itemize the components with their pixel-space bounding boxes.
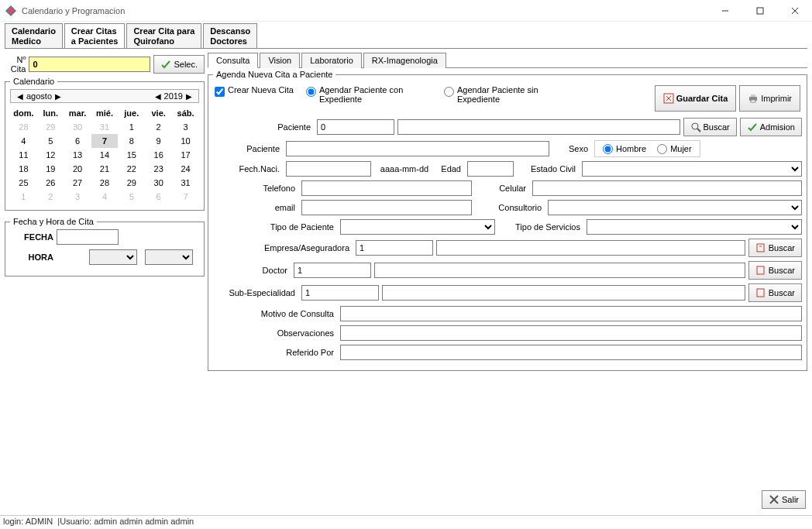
tipo-servicios-select[interactable] bbox=[587, 219, 802, 235]
imprimir-button[interactable]: Imprimir bbox=[739, 85, 800, 112]
subtab-consulta[interactable]: Consulta bbox=[208, 53, 258, 68]
calendar-day[interactable]: 1 bbox=[10, 190, 37, 204]
estado-civil-select[interactable] bbox=[582, 161, 802, 177]
calendar-day[interactable]: 6 bbox=[64, 134, 91, 148]
calendar-day[interactable]: 29 bbox=[37, 120, 64, 134]
buscar-empresa-button[interactable]: Buscar bbox=[748, 239, 802, 257]
calendar-day[interactable]: 20 bbox=[64, 162, 91, 176]
tab-crear-cita-quirofano[interactable]: Crear Cita paraQuirofano bbox=[126, 23, 201, 48]
guardar-cita-button[interactable]: Guardar Cita bbox=[655, 85, 737, 112]
calendar-day[interactable]: 21 bbox=[91, 162, 119, 176]
salir-button[interactable]: Salir bbox=[762, 490, 806, 509]
buscar-paciente-button[interactable]: Buscar bbox=[683, 118, 737, 136]
prev-year-button[interactable]: ◀ bbox=[152, 92, 164, 101]
buscar-subesp-button[interactable]: Buscar bbox=[748, 283, 802, 302]
fech-naci-input[interactable] bbox=[286, 161, 371, 177]
referido-input[interactable] bbox=[340, 345, 802, 360]
telefono-input[interactable] bbox=[301, 180, 472, 196]
next-year-button[interactable]: ▶ bbox=[183, 92, 195, 101]
calendar-day[interactable]: 24 bbox=[172, 162, 199, 176]
email-input[interactable] bbox=[301, 200, 472, 215]
observaciones-input[interactable] bbox=[340, 325, 802, 341]
fecha-input[interactable] bbox=[57, 229, 119, 245]
calendar-day[interactable]: 14 bbox=[91, 148, 119, 162]
calendar-day[interactable]: 15 bbox=[118, 148, 145, 162]
calendar-day[interactable]: 12 bbox=[37, 148, 64, 162]
buscar-doctor-button[interactable]: Buscar bbox=[748, 261, 802, 280]
calendar-day[interactable]: 28 bbox=[10, 120, 37, 134]
admision-button[interactable]: Admision bbox=[740, 118, 802, 136]
empresa-name-input[interactable] bbox=[436, 240, 745, 256]
close-button[interactable] bbox=[777, 0, 812, 22]
calendar-day[interactable]: 13 bbox=[64, 148, 91, 162]
subtab-laboratorio[interactable]: Laboratorio bbox=[301, 53, 362, 68]
num-cita-input[interactable] bbox=[29, 57, 150, 72]
calendar-day[interactable]: 4 bbox=[91, 190, 119, 204]
doctor-id-input[interactable] bbox=[294, 263, 371, 278]
calendar-day[interactable]: 2 bbox=[37, 190, 64, 204]
calendar-day[interactable]: 26 bbox=[37, 176, 64, 190]
sexo-mujer-option[interactable]: Mujer bbox=[657, 144, 692, 154]
opt-agendar-sin-expediente[interactable]: Agendar Paciente sin Expediente bbox=[444, 85, 576, 104]
motivo-input[interactable] bbox=[340, 306, 802, 321]
calendar-day[interactable]: 5 bbox=[118, 190, 145, 204]
tab-crear-citas-pacientes[interactable]: Crear Citasa Pacientes bbox=[64, 23, 126, 48]
hora-select-2[interactable] bbox=[145, 249, 193, 265]
tab-descanso-doctores[interactable]: DescansoDoctores bbox=[203, 23, 257, 48]
calendar-day[interactable]: 6 bbox=[145, 190, 172, 204]
paciente-id-input[interactable] bbox=[317, 119, 394, 135]
calendar-day[interactable]: 9 bbox=[145, 134, 172, 148]
calendar-day[interactable]: 8 bbox=[118, 134, 145, 148]
tab-calendario-medico[interactable]: CalendarioMedico bbox=[5, 23, 63, 48]
crear-nueva-cita-checkbox[interactable] bbox=[215, 87, 225, 97]
calendar-day[interactable]: 1 bbox=[118, 120, 145, 134]
calendar-day[interactable]: 11 bbox=[10, 148, 37, 162]
select-button[interactable]: Selec. bbox=[153, 55, 205, 74]
agendar-sin-expediente-radio[interactable] bbox=[444, 87, 454, 97]
sub-esp-name-input[interactable] bbox=[382, 285, 745, 301]
paciente2-input[interactable] bbox=[286, 141, 549, 156]
calendar-day[interactable]: 7 bbox=[172, 190, 199, 204]
calendar-day[interactable]: 3 bbox=[64, 190, 91, 204]
opt-crear-nueva-cita[interactable]: Crear Nueva Cita bbox=[215, 85, 300, 97]
hora-select-1[interactable] bbox=[89, 249, 137, 265]
prev-month-button[interactable]: ◀ bbox=[14, 92, 26, 101]
calendar-day[interactable]: 3 bbox=[172, 120, 199, 134]
calendar-day[interactable]: 28 bbox=[91, 176, 119, 190]
calendar-day[interactable]: 5 bbox=[37, 134, 64, 148]
opt-agendar-con-expediente[interactable]: Agendar Paciente con Expediente bbox=[306, 85, 438, 104]
calendar-day[interactable]: 30 bbox=[64, 120, 91, 134]
agendar-con-expediente-radio[interactable] bbox=[306, 87, 316, 97]
calendar-day[interactable]: 19 bbox=[37, 162, 64, 176]
calendar-day[interactable]: 23 bbox=[145, 162, 172, 176]
edad-input[interactable] bbox=[467, 161, 514, 177]
consultorio-select[interactable] bbox=[548, 200, 802, 215]
sexo-hombre-radio[interactable] bbox=[603, 144, 613, 154]
calendar-day[interactable]: 16 bbox=[145, 148, 172, 162]
empresa-id-input[interactable] bbox=[356, 240, 433, 256]
calendar-day[interactable]: 7 bbox=[91, 134, 119, 148]
next-month-button[interactable]: ▶ bbox=[52, 92, 64, 101]
celular-input[interactable] bbox=[532, 180, 802, 196]
tipo-paciente-select[interactable] bbox=[340, 219, 495, 235]
calendar-day[interactable]: 29 bbox=[118, 176, 145, 190]
sub-esp-id-input[interactable] bbox=[301, 285, 379, 301]
doctor-name-input[interactable] bbox=[374, 263, 745, 278]
subtab-rx[interactable]: RX-Imagenologia bbox=[363, 53, 446, 68]
minimize-button[interactable] bbox=[707, 0, 742, 22]
sexo-mujer-radio[interactable] bbox=[657, 144, 667, 154]
calendar-day[interactable]: 18 bbox=[10, 162, 37, 176]
calendar-day[interactable]: 22 bbox=[118, 162, 145, 176]
calendar-day[interactable]: 17 bbox=[172, 148, 199, 162]
subtab-vision[interactable]: Vision bbox=[260, 53, 300, 68]
calendar-day[interactable]: 27 bbox=[64, 176, 91, 190]
calendar-day[interactable]: 4 bbox=[10, 134, 37, 148]
calendar-day[interactable]: 31 bbox=[91, 120, 119, 134]
calendar-day[interactable]: 25 bbox=[10, 176, 37, 190]
paciente-name-input[interactable] bbox=[397, 119, 680, 135]
calendar-day[interactable]: 2 bbox=[145, 120, 172, 134]
calendar-day[interactable]: 30 bbox=[145, 176, 172, 190]
maximize-button[interactable] bbox=[742, 0, 777, 22]
calendar-day[interactable]: 10 bbox=[172, 134, 199, 148]
calendar-day[interactable]: 31 bbox=[172, 176, 199, 190]
